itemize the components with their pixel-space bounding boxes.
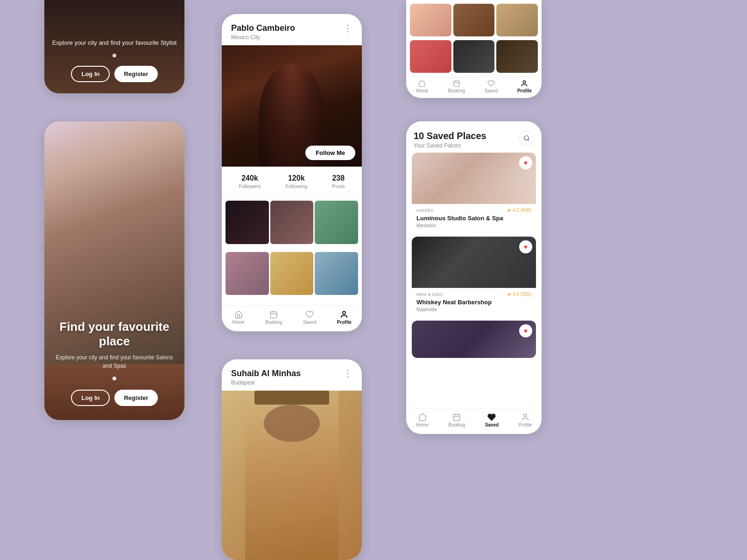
card-saved-places: 10 Saved Places Your Saved Palces ♥ UNIS… [406,121,542,434]
gallery-photo-5[interactable] [453,40,495,73]
following-label: Following [286,183,307,189]
following-value: 120k [286,174,307,182]
svg-rect-5 [454,81,459,87]
saved-nav-profile[interactable]: Profile [518,413,531,427]
card-top-left: Explore your city and find your favourit… [44,0,184,93]
suhaib-profile-header: Suhaib Al Minhas Budapest ⋮ [222,359,362,391]
svg-point-10 [524,136,529,140]
spa-heart-button[interactable]: ♥ [519,156,532,169]
saved-search-button[interactable] [519,131,534,146]
barber-rating: ★ 4.6 (320) [507,292,531,297]
spa-name: Luminous Studio Salon & Spa [416,215,531,222]
top-left-register-button[interactable]: Register [114,66,157,82]
gallery-photo-3[interactable] [496,4,538,36]
saved-places-subtitle: Your Saved Palces [414,142,486,149]
spa-tag: UNISEX [416,208,434,213]
gallery-nav-booking[interactable]: Booking [448,80,465,93]
follow-me-button[interactable]: Follow Me [305,146,355,160]
saved-places-header: 10 Saved Places Your Saved Palces [406,121,542,153]
gallery-nav-booking-label: Booking [448,88,465,93]
bottom-left-title: Find your favourite place [59,320,169,348]
barber-tag: MEN & KIDS [416,292,443,297]
followers-value: 240k [239,174,261,182]
pablo-photo-2[interactable] [270,201,314,244]
followers-stat: 240k Followers [239,174,261,189]
pablo-photo-3[interactable] [315,201,358,244]
top-left-login-button[interactable]: Log In [71,66,110,82]
pablo-nav-booking[interactable]: Booking [265,310,282,325]
gallery-home-icon [418,80,426,87]
gallery-nav-profile[interactable]: Profile [517,80,532,93]
spa-image [412,153,536,204]
pablo-photo-4[interactable] [226,252,269,295]
saved-nav-saved-label: Saved [485,422,499,427]
pablo-photo-5[interactable] [270,252,314,295]
saved-booking-icon [452,413,461,421]
card-pablo-cambeiro: Pablo Cambeiro Mexico City ⋮ Follow Me 2… [222,14,362,331]
bottom-left-subtext: Explore your city and find your favourit… [54,353,175,370]
pablo-nav-home[interactable]: Home [232,310,245,325]
svg-rect-0 [271,312,277,318]
svg-point-16 [524,414,527,417]
saved-saved-icon-active [487,413,496,421]
pablo-nav-saved-label: Saved [303,320,316,325]
gallery-photo-4[interactable] [410,40,451,73]
spa-info: UNISEX ★ 4.2 (430) Luminous Studio Salon… [412,204,536,232]
saved-home-icon [418,413,427,421]
suhaib-hero-photo [222,391,362,560]
spa-rating: ★ 4.2 (430) [507,208,531,213]
saved-nav-booking[interactable]: Booking [448,413,465,427]
barber-name: Whiskey Neat Barbershop [416,299,531,306]
gallery-saved-icon [487,80,495,87]
pablo-photo-6[interactable] [315,252,358,295]
followers-label: Followers [239,183,261,189]
card-top-right-gallery: Home Booking Saved Profile [406,0,542,98]
card-bottom-left: Find your favourite place Explore your c… [44,121,184,420]
pablo-nav-home-label: Home [232,320,245,325]
gallery-nav-home[interactable]: Home [416,80,429,93]
posts-value: 238 [332,174,345,182]
barber-city: Nashville [416,307,531,312]
pablo-menu-dots[interactable]: ⋮ [343,23,352,33]
barber-info: MEN & KIDS ★ 4.6 (320) Whiskey Neat Barb… [412,288,536,316]
gallery-nav-home-label: Home [416,88,429,93]
gallery-photo-1[interactable] [410,4,451,36]
gallery-nav-saved[interactable]: Saved [485,80,498,93]
salon3-image [412,321,536,358]
pablo-photo-1[interactable] [226,201,269,244]
pablo-name: Pablo Cambeiro [231,23,295,33]
bottom-left-register-button[interactable]: Register [114,390,157,406]
saved-place-1[interactable]: ♥ UNISEX ★ 4.2 (430) Luminous Studio Sal… [412,153,536,232]
svg-point-4 [343,311,345,314]
svg-line-11 [528,140,529,141]
salon3-heart-button[interactable]: ♥ [519,324,532,337]
suhaib-location: Budapest [231,379,301,386]
top-right-photo-grid [406,0,542,77]
saved-place-3[interactable]: ♥ [412,321,536,358]
spa-city: Medellín [416,223,531,228]
suhaib-menu-dots[interactable]: ⋮ [343,369,352,378]
saved-nav-home[interactable]: Home [416,413,429,427]
pablo-stats-row: 240k Followers 120k Following 238 Posts [222,167,362,197]
gallery-nav-saved-label: Saved [485,88,498,93]
pablo-nav-profile[interactable]: Profile [337,310,352,325]
pablo-profile-header: Pablo Cambeiro Mexico City ⋮ [222,14,362,45]
saved-icon [305,310,314,319]
pablo-nav-saved[interactable]: Saved [303,310,316,325]
svg-point-9 [523,81,526,83]
pablo-hero-photo: Follow Me [222,45,362,167]
bottom-left-login-button[interactable]: Log In [71,390,110,406]
saved-place-2[interactable]: ♥ MEN & KIDS ★ 4.6 (320) Whiskey Neat Ba… [412,237,536,316]
booking-icon [269,310,278,319]
pablo-nav-booking-label: Booking [265,320,282,325]
saved-places-title: 10 Saved Places [414,131,486,141]
barber-heart-button[interactable]: ♥ [519,240,532,253]
barber-image [412,237,536,288]
gallery-photo-2[interactable] [453,4,495,36]
card-suhaib: Suhaib Al Minhas Budapest ⋮ [222,359,362,560]
saved-profile-icon [521,413,529,421]
pablo-nav-profile-label: Profile [337,320,352,325]
pablo-location: Mexico City [231,34,295,41]
saved-nav-saved[interactable]: Saved [485,413,499,427]
gallery-photo-6[interactable] [496,40,538,73]
